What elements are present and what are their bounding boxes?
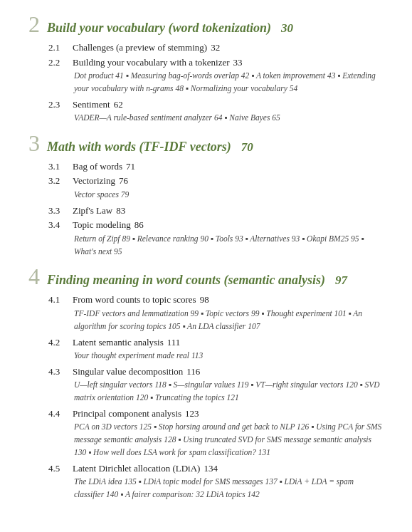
section-number: 3.4 <box>48 218 73 232</box>
section-number: 4.3 <box>48 365 73 379</box>
section-page: 71 <box>126 160 135 174</box>
section-row: 4.4Principal component analysis 123 <box>28 407 384 421</box>
section-title: Vectorizing <box>73 174 115 188</box>
sub-items: Dot product 41 ▪ Measuring bag-of-words … <box>28 70 384 95</box>
section-title: Principal component analysis <box>73 407 181 421</box>
section-number: 2.3 <box>48 98 73 112</box>
chapter-title-row: 4Finding meaning in word counts (semanti… <box>28 265 384 290</box>
section-title: Sentiment <box>73 98 110 112</box>
section-row: 4.5Latent Dirichlet allocation (LDiA) 13… <box>28 461 384 476</box>
section-number: 4.4 <box>48 407 73 421</box>
section-row: 4.2Latent semantic analysis 111 <box>28 335 384 350</box>
section-page: 86 <box>134 218 144 232</box>
chapter-title-text: Math with words (TF-IDF vectors) <box>47 137 231 157</box>
section-title: Singular value decomposition <box>73 365 183 379</box>
sub-items: Return of Zipf 89 ▪ Relevance ranking 90… <box>28 233 384 259</box>
chapter-title-row: 3Math with words (TF-IDF vectors)70 <box>28 132 384 157</box>
section-title: From word counts to topic scores <box>73 293 196 307</box>
section-page: 134 <box>204 461 218 476</box>
chapter-page: 97 <box>335 271 347 290</box>
section-row: 2.3Sentiment 62 <box>28 98 384 112</box>
chapter-number: 4 <box>28 265 40 288</box>
chapter-block: 3Math with words (TF-IDF vectors)703.1Ba… <box>28 132 384 258</box>
chapter-page: 30 <box>281 19 293 38</box>
section-row: 4.1From word counts to topic scores 98 <box>28 293 384 307</box>
chapter-title-text: Build your vocabulary (word tokenization… <box>47 19 271 38</box>
section-page: 123 <box>185 407 199 421</box>
section-number: 3.2 <box>48 174 73 188</box>
section-row: 3.3Zipf's Law 83 <box>28 204 384 218</box>
section-row: 3.4Topic modeling 86 <box>28 218 384 232</box>
section-number: 4.5 <box>48 461 73 476</box>
section-page: 111 <box>167 335 181 350</box>
sub-items: VADER—A rule-based sentiment analyzer 64… <box>28 112 384 125</box>
section-title: Challenges (a preview of stemming) <box>73 41 207 55</box>
section-number: 3.3 <box>48 204 73 218</box>
section-page: 33 <box>233 56 243 70</box>
section-row: 2.1Challenges (a preview of stemming) 32 <box>28 41 384 55</box>
section-number: 4.2 <box>48 335 73 350</box>
section-row: 4.3Singular value decomposition 116 <box>28 365 384 379</box>
toc-container: 2Build your vocabulary (word tokenizatio… <box>28 13 384 501</box>
section-title: Latent Dirichlet allocation (LDiA) <box>73 461 200 476</box>
chapter-number: 2 <box>28 13 40 36</box>
section-page: 32 <box>211 41 220 55</box>
section-page: 98 <box>200 293 209 307</box>
section-row: 3.2Vectorizing 76 <box>28 174 384 188</box>
chapter-title-row: 2Build your vocabulary (word tokenizatio… <box>28 13 384 38</box>
sub-items: Vector spaces 79 <box>28 189 384 202</box>
section-title: Bag of words <box>73 160 122 174</box>
section-page: 76 <box>119 174 128 188</box>
sub-items: PCA on 3D vectors 125 ▪ Stop horsing aro… <box>28 421 384 459</box>
chapter-title-text: Finding meaning in word counts (semantic… <box>47 271 325 290</box>
chapter-number: 3 <box>28 132 40 155</box>
section-number: 2.1 <box>48 41 73 55</box>
sub-items: U—left singular vectors 118 ▪ S—singular… <box>28 379 384 405</box>
section-page: 62 <box>114 98 123 112</box>
section-row: 2.2Building your vocabulary with a token… <box>28 56 384 70</box>
sub-items: Your thought experiment made real 113 <box>28 350 384 363</box>
chapter-block: 4Finding meaning in word counts (semanti… <box>28 265 384 501</box>
section-title: Topic modeling <box>73 218 131 232</box>
section-number: 3.1 <box>48 160 73 174</box>
section-number: 4.1 <box>48 293 73 307</box>
sub-items: The LDiA idea 135 ▪ LDiA topic model for… <box>28 476 384 501</box>
sub-items: TF-IDF vectors and lemmatization 99 ▪ To… <box>28 308 384 333</box>
section-page: 83 <box>116 204 125 218</box>
section-page: 116 <box>186 365 200 379</box>
chapter-block: 2Build your vocabulary (word tokenizatio… <box>28 13 384 125</box>
section-title: Building your vocabulary with a tokenize… <box>73 56 230 70</box>
section-title: Zipf's Law <box>73 204 112 218</box>
section-number: 2.2 <box>48 56 73 70</box>
section-title: Latent semantic analysis <box>73 335 164 350</box>
chapter-page: 70 <box>241 138 253 157</box>
section-row: 3.1Bag of words 71 <box>28 160 384 174</box>
